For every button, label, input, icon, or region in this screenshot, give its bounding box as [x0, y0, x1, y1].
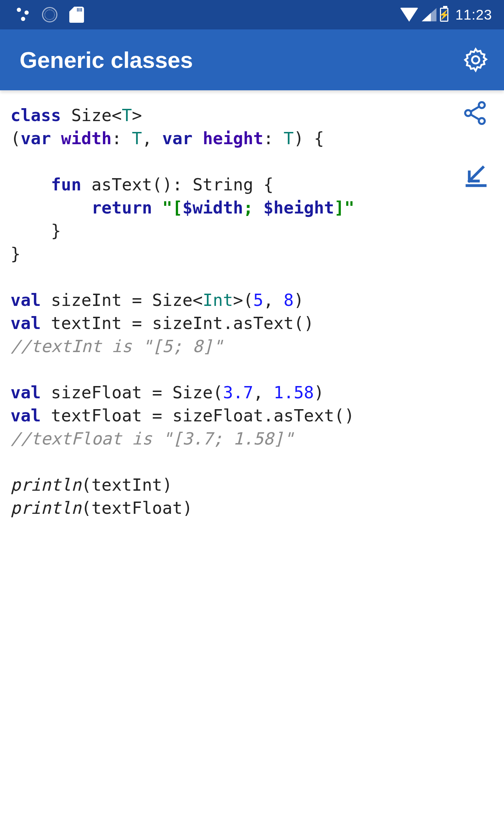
svg-point-3	[479, 118, 485, 124]
num-158: 1.58	[273, 383, 314, 402]
comment: //textFloat is "[3.7; 1.58]"	[10, 429, 294, 448]
code-content: class Size<T> (var width: T, var height:…	[0, 90, 504, 533]
kw-fun: fun	[51, 175, 82, 194]
type-t: T	[284, 128, 294, 148]
string-literal: "[$width; $height]"	[162, 198, 354, 217]
svg-line-4	[471, 107, 479, 112]
cell-signal-icon	[422, 8, 436, 21]
notification-dots-icon	[15, 7, 30, 22]
loading-icon	[42, 7, 57, 22]
svg-point-0	[472, 56, 479, 64]
class-name: Size	[71, 105, 112, 125]
type-t: T	[132, 128, 142, 148]
status-bar: ⚡ 11:23	[0, 0, 504, 29]
call-astext: sizeFloat.asText()	[172, 406, 354, 425]
println-arg: (textFloat)	[81, 498, 192, 518]
wifi-icon	[400, 8, 418, 22]
template-height: $height	[263, 198, 334, 217]
kw-var: var	[21, 128, 51, 148]
fun-name: asText	[91, 175, 152, 194]
code-block[interactable]: class Size<T> (var width: T, var height:…	[10, 104, 493, 519]
println-arg: (textInt)	[81, 475, 172, 495]
kw-val: val	[10, 290, 41, 310]
battery-charging-icon: ⚡	[440, 8, 448, 22]
svg-point-1	[479, 102, 485, 108]
kw-var: var	[162, 128, 193, 148]
kw-val: val	[10, 313, 41, 333]
kw-class: class	[10, 105, 61, 125]
page-title: Generic classes	[20, 47, 193, 73]
prop-width: width	[61, 128, 112, 148]
collapse-button[interactable]	[461, 162, 489, 189]
type-param: T	[122, 105, 132, 125]
call-astext: sizeInt.asText()	[152, 313, 314, 333]
prop-height: height	[203, 128, 263, 148]
share-button[interactable]	[461, 99, 489, 127]
num-5: 5	[253, 290, 264, 310]
var-textfloat: textFloat	[51, 406, 142, 425]
call-size: Size	[172, 383, 213, 402]
var-sizefloat: sizeFloat	[51, 383, 142, 402]
sd-card-icon	[69, 7, 84, 23]
comment: //textInt is "[5; 8]"	[10, 336, 223, 356]
ret-type: String	[192, 175, 253, 194]
kw-val: val	[10, 383, 41, 402]
status-right-icons: ⚡ 11:23	[400, 7, 492, 23]
settings-button[interactable]	[462, 46, 489, 74]
var-textint: textInt	[51, 313, 122, 333]
status-time: 11:23	[455, 7, 492, 23]
template-width: $width	[182, 198, 243, 217]
println-call: println	[10, 498, 81, 518]
num-8: 8	[284, 290, 294, 310]
kw-val: val	[10, 406, 41, 425]
svg-line-5	[471, 115, 479, 120]
num-37: 3.7	[223, 383, 253, 402]
var-sizeint: sizeInt	[51, 290, 122, 310]
app-bar: Generic classes	[0, 29, 504, 90]
kw-return: return	[91, 198, 152, 217]
floating-actions	[461, 99, 489, 189]
call-size: Size	[152, 290, 193, 310]
svg-line-6	[469, 167, 483, 181]
type-int: Int	[203, 290, 233, 310]
status-left-icons	[15, 7, 84, 23]
svg-point-2	[465, 110, 471, 116]
println-call: println	[10, 475, 81, 495]
